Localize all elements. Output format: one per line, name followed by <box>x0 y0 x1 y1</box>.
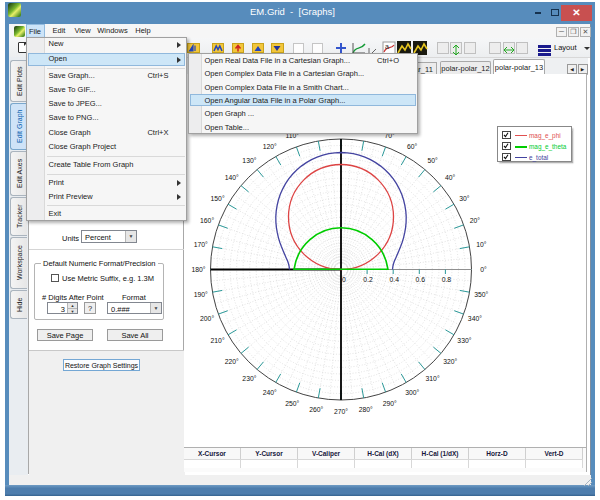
svg-text:170°: 170° <box>194 241 208 248</box>
svg-text:120°: 120° <box>263 143 277 150</box>
svg-text:270°: 270° <box>334 408 348 415</box>
svg-text:230°: 230° <box>242 375 256 382</box>
svg-text:0.6: 0.6 <box>416 276 426 283</box>
svg-text:130°: 130° <box>242 157 256 164</box>
svg-text:320°: 320° <box>443 358 457 365</box>
svg-text:280°: 280° <box>359 406 373 413</box>
svg-text:a: a <box>385 43 389 50</box>
svg-text:240°: 240° <box>263 389 277 396</box>
svg-text:40°: 40° <box>445 174 456 181</box>
svg-text:180°: 180° <box>191 266 205 273</box>
svg-text:190°: 190° <box>194 291 208 298</box>
svg-text:140°: 140° <box>225 174 239 181</box>
svg-text:350°: 350° <box>474 291 488 298</box>
svg-text:210°: 210° <box>211 337 225 344</box>
svg-text:10°: 10° <box>476 241 487 248</box>
svg-text:30°: 30° <box>459 195 470 202</box>
svg-text:0.4: 0.4 <box>389 276 399 283</box>
svg-text:300°: 300° <box>405 389 419 396</box>
svg-text:60°: 60° <box>407 143 418 150</box>
svg-text:200°: 200° <box>200 315 214 322</box>
svg-text:220°: 220° <box>225 358 239 365</box>
svg-text:250°: 250° <box>285 400 299 407</box>
svg-text:0°: 0° <box>480 266 487 273</box>
svg-text:20°: 20° <box>470 217 481 224</box>
svg-text:0.2: 0.2 <box>363 276 373 283</box>
svg-text:340°: 340° <box>468 315 482 322</box>
svg-text:260°: 260° <box>309 406 323 413</box>
svg-text:330°: 330° <box>457 337 471 344</box>
svg-text:310°: 310° <box>426 375 440 382</box>
svg-text:290°: 290° <box>383 400 397 407</box>
svg-text:0.8: 0.8 <box>442 276 452 283</box>
svg-text:160°: 160° <box>200 217 214 224</box>
svg-text:0: 0 <box>342 276 346 283</box>
svg-text:150°: 150° <box>211 195 225 202</box>
svg-text:50°: 50° <box>427 157 438 164</box>
